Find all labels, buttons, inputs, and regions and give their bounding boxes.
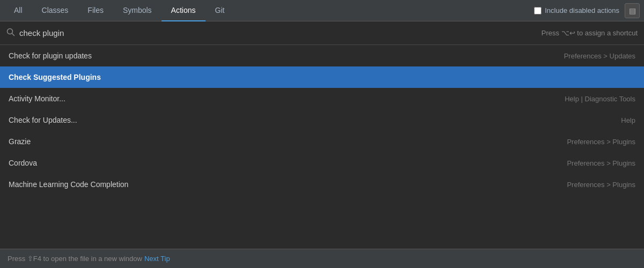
shortcut-hint: Press ⌥↩ to assign a shortcut bbox=[541, 29, 638, 37]
result-item[interactable]: CordovaPreferences > Plugins bbox=[0, 152, 644, 174]
search-bar: Press ⌥↩ to assign a shortcut bbox=[0, 21, 644, 45]
result-item[interactable]: Check Suggested Plugins bbox=[0, 66, 644, 88]
result-name: Check for plugin updates bbox=[9, 51, 92, 60]
result-name: Grazie bbox=[9, 137, 31, 146]
result-path: Help | Diagnostic Tools bbox=[565, 95, 635, 103]
tab-classes[interactable]: Classes bbox=[32, 0, 78, 21]
svg-line-1 bbox=[12, 33, 14, 35]
result-name: Check for Updates... bbox=[9, 116, 77, 124]
result-path: Preferences > Updates bbox=[564, 52, 635, 60]
result-path: Help bbox=[621, 116, 635, 124]
tab-actions[interactable]: Actions bbox=[162, 0, 206, 21]
result-path: Preferences > Plugins bbox=[567, 159, 635, 167]
tab-symbols[interactable]: Symbols bbox=[113, 0, 162, 21]
settings-icon-button[interactable]: ▤ bbox=[625, 3, 640, 18]
result-item[interactable]: GraziePreferences > Plugins bbox=[0, 131, 644, 152]
result-name: Machine Learning Code Completion bbox=[9, 180, 128, 189]
result-path: Preferences > Plugins bbox=[567, 138, 635, 146]
settings-icon: ▤ bbox=[629, 6, 636, 15]
status-bar: Press ⇧F4 to open the file in a new wind… bbox=[0, 249, 644, 268]
tab-git[interactable]: Git bbox=[206, 0, 235, 21]
result-item[interactable]: Activity Monitor...Help | Diagnostic Too… bbox=[0, 88, 644, 109]
result-name: Cordova bbox=[9, 159, 37, 167]
result-path: Preferences > Plugins bbox=[567, 181, 635, 189]
include-disabled-label: Include disabled actions bbox=[545, 6, 619, 14]
result-item[interactable]: Check for plugin updatesPreferences > Up… bbox=[0, 45, 644, 66]
include-disabled-checkbox[interactable] bbox=[534, 7, 541, 14]
tab-all[interactable]: All bbox=[4, 0, 32, 21]
result-item[interactable]: Machine Learning Code CompletionPreferen… bbox=[0, 174, 644, 195]
status-text: Press ⇧F4 to open the file in a new wind… bbox=[8, 255, 142, 263]
search-icon bbox=[6, 28, 15, 39]
result-name: Check Suggested Plugins bbox=[9, 73, 101, 81]
include-disabled-container: Include disabled actions bbox=[534, 6, 619, 14]
result-item[interactable]: Check for Updates...Help bbox=[0, 109, 644, 131]
next-tip-button[interactable]: Next Tip bbox=[144, 255, 170, 263]
result-name: Activity Monitor... bbox=[9, 94, 65, 103]
search-input[interactable] bbox=[19, 28, 541, 38]
tab-files[interactable]: Files bbox=[78, 0, 113, 21]
results-list: Check for plugin updatesPreferences > Up… bbox=[0, 45, 644, 249]
tab-bar: All Classes Files Symbols Actions Git In… bbox=[0, 0, 644, 21]
